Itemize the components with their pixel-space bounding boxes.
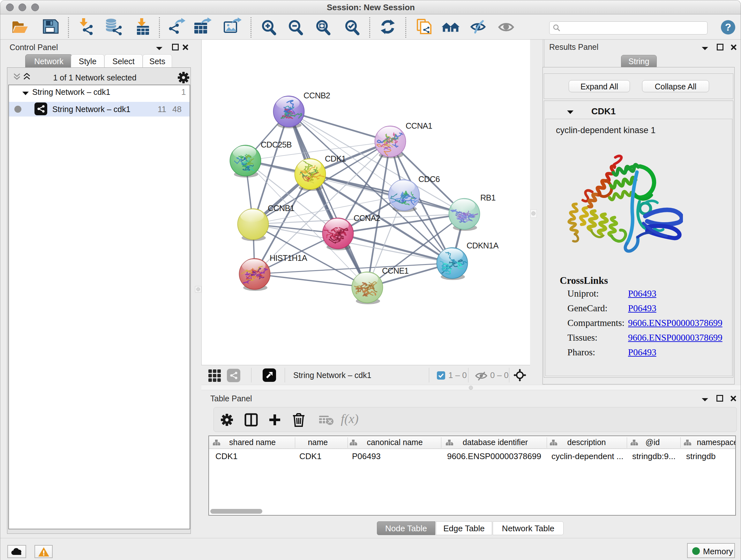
svg-text:CCNB2: CCNB2 — [304, 91, 330, 100]
svg-text:RB1: RB1 — [480, 193, 495, 202]
svg-text:CCNA2: CCNA2 — [354, 213, 380, 223]
svg-text:CDK1: CDK1 — [325, 154, 346, 163]
svg-text:CDC6: CDC6 — [418, 175, 440, 184]
svg-text:CCNE1: CCNE1 — [382, 266, 408, 275]
svg-text:CDKN1A: CDKN1A — [467, 241, 498, 250]
svg-text:HIST1H1A: HIST1H1A — [270, 253, 307, 262]
svg-text:CCNB1: CCNB1 — [268, 204, 294, 212]
svg-text:CCNA1: CCNA1 — [406, 121, 432, 130]
svg-text:CDC25B: CDC25B — [261, 140, 292, 149]
